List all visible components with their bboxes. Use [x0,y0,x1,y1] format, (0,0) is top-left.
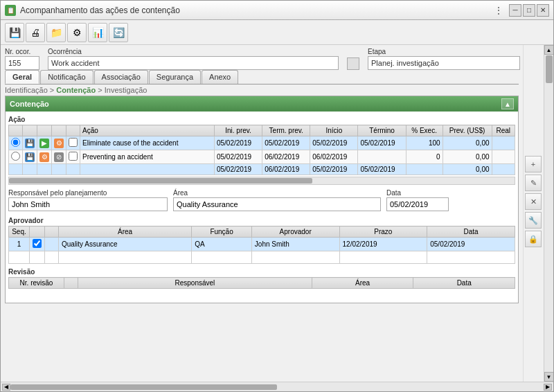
col-acao: Ação [80,125,215,136]
responsavel-input[interactable] [8,197,168,211]
scroll-right-btn[interactable]: ▶ [544,384,552,391]
revisao-label: Revisão [8,267,515,277]
vertical-scrollbar[interactable]: ▲ ▼ [544,45,553,382]
aprovador-table: Seq. Área Função Aprovador Prazo Data [8,226,515,264]
responsavel-label: Responsável pelo planejamento [8,189,168,197]
nr-label: Nr. ocor. [5,48,39,55]
close-button[interactable]: ✕ [537,4,549,17]
minimize-button[interactable]: ─ [509,4,521,17]
revisao-section: Revisão Nr. revisão Responsável Área Dat… [8,267,515,300]
tab-anexo[interactable]: Anexo [202,70,238,84]
sidebar-add-btn[interactable]: + [525,156,542,172]
row2-icon3: ⊘ [54,152,64,162]
export-button[interactable]: 📊 [88,23,107,42]
tab-associacao[interactable]: Associação [94,70,148,84]
attach-button[interactable]: 📁 [46,23,66,42]
row3-ini: 05/02/2019 [214,164,262,175]
config-button[interactable]: ⚙ [67,23,87,42]
menu-dots[interactable]: ⋮ [494,5,503,16]
revisao-empty-row [9,289,515,300]
aprov-funcao: QA [192,238,252,251]
aprov-col-c1 [30,226,45,238]
refresh-button[interactable]: 🔄 [109,23,128,42]
nr-field: Nr. ocor. [5,48,39,70]
aprov-area: Quality Assurance [59,238,192,251]
action-table: Ação Ini. prev. Term. prev. Início Térmi… [8,125,515,175]
row2-exec: 0 [406,150,443,164]
tab-geral[interactable]: Geral [5,70,39,84]
contencao-toggle[interactable]: ▲ [501,98,514,109]
print-button[interactable]: 🖨 [26,23,45,42]
camera-icon[interactable] [347,57,359,70]
aprov-checkbox[interactable] [30,238,45,251]
ocorrencia-label: Ocorrência [48,48,339,55]
row2-checkbox[interactable] [69,152,78,161]
scroll-down-btn[interactable]: ▼ [544,372,554,382]
aprov-col-data: Data [427,226,515,238]
col-i1 [23,125,37,136]
crumb-investigacao: Investigação [105,86,148,94]
rev-col-data: Data [413,278,515,289]
row3-exec [406,164,443,175]
col-prev: Prev. (US$) [443,125,492,136]
crumb-identificacao: Identificação [5,86,48,94]
etapa-input[interactable] [368,56,520,70]
row3-term: 06/02/2019 [262,164,310,175]
nr-input[interactable] [5,56,39,70]
scroll-left-btn[interactable]: ◀ [2,384,10,391]
row3-inicio: 05/02/2019 [310,164,358,175]
row1-checkbox[interactable] [69,138,78,147]
tabs-bar: Geral Notificação Associação Segurança A… [5,70,519,84]
row1-prev: 0,00 [443,136,492,150]
aprov-data: 05/02/2019 [427,238,515,251]
table-row[interactable]: 💾 ⚙ ⊘ Preventing an accident 05/02/2019 … [9,150,515,164]
area-plan-field: Área [173,189,381,211]
area-plan-input[interactable] [173,197,381,211]
bottom-scrollbar[interactable]: ◀ ▶ [1,382,553,391]
sidebar-edit-btn[interactable]: ✎ [525,175,542,191]
contencao-section: Contenção ▲ Ação [5,96,519,303]
contencao-header: Contenção ▲ [6,96,518,112]
row2-acao: Preventing an accident [80,150,215,164]
toolbar: 💾 🖨 📁 ⚙ 📊 🔄 [1,20,553,45]
scroll-up-btn[interactable]: ▲ [544,45,554,55]
sidebar-lock-btn[interactable]: 🔒 [525,231,542,247]
row1-icon3: ⚙ [54,139,64,148]
tab-notificacao[interactable]: Notificação [40,70,93,84]
title-bar: 📋 Acompanhamento das ações de contenção … [1,1,553,20]
row3-termino: 05/02/2019 [358,164,406,175]
sidebar-delete-btn[interactable]: ✕ [525,193,542,210]
col-real: Real [492,125,515,136]
aprov-col-c2 [45,226,59,238]
tab-seguranca[interactable]: Segurança [149,70,201,84]
data-plan-input[interactable] [386,197,449,211]
aprovador-row[interactable]: 1 Quality Assurance QA John Smith 12/02/… [9,238,515,251]
aprov-col-funcao: Função [192,226,252,238]
maximize-button[interactable]: □ [523,4,535,17]
breadcrumb: Identificação > Contenção > Investigação [5,84,519,96]
horizontal-scrollbar[interactable] [8,177,515,185]
row2-termino [358,150,406,164]
sidebar-config-btn[interactable]: 🔧 [525,212,542,229]
aprovador-empty-row [9,251,515,264]
area-plan-label: Área [173,189,381,197]
save-button[interactable]: 💾 [5,23,24,42]
data-plan-label: Data [386,189,449,197]
ocorrencia-input[interactable] [48,56,339,70]
row1-acao: Eliminate cause of the accident [80,136,215,150]
rev-col-resp: Responsável [78,278,312,289]
row1-real [492,136,515,150]
row1-radio[interactable] [11,138,20,147]
table-row[interactable]: 05/02/2019 06/02/2019 05/02/2019 05/02/2… [9,164,515,175]
aprov-seq: 1 [9,238,30,251]
app-icon: 📋 [5,5,16,16]
aprov-col-seq: Seq. [9,226,30,238]
etapa-label: Etapa [368,48,520,55]
row2-radio[interactable] [11,152,20,161]
row2-icon2: ⚙ [39,152,49,162]
col-ini: Ini. prev. [214,125,262,136]
table-row[interactable]: 💾 ▶ ⚙ Eliminate cause of the accident 05… [9,136,515,150]
aprovador-section: Aprovador Seq. Área Função Aprovador [8,215,515,264]
row1-ini: 05/02/2019 [214,136,262,150]
row1-termino: 05/02/2019 [358,136,406,150]
